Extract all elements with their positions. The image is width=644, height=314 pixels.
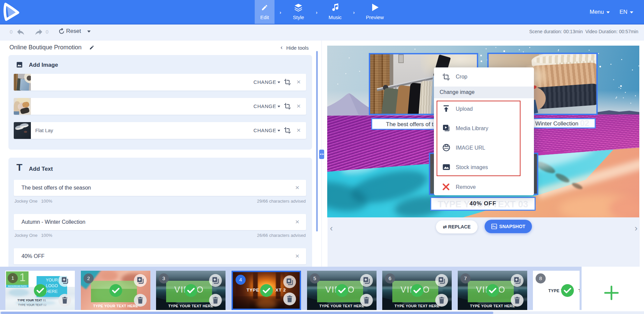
- svg-text:www: www: [444, 147, 449, 149]
